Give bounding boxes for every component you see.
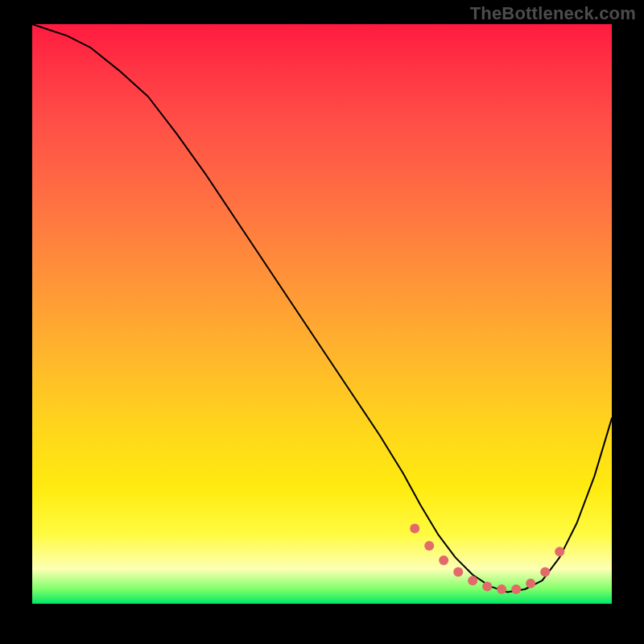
optimal-range-markers [410,523,564,594]
marker-dot [555,547,564,556]
marker-dot [497,584,506,594]
marker-dot [511,584,521,594]
chart-frame: TheBottleneck.com [0,0,644,644]
marker-dot [410,523,419,533]
bottleneck-curve [32,24,612,592]
watermark-text: TheBottleneck.com [470,3,636,24]
marker-dot [540,567,550,576]
chart-overlay [32,24,612,604]
marker-dot [453,567,463,576]
marker-dot [482,581,492,591]
marker-dot [468,576,477,585]
marker-dot [526,579,535,588]
marker-dot [424,541,434,551]
marker-dot [439,555,448,565]
